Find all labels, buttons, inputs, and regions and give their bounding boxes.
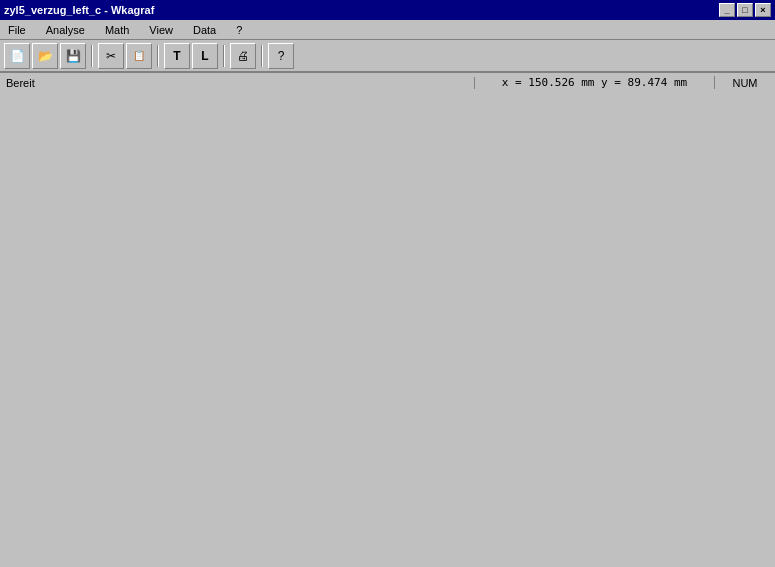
cut-button[interactable]: ✂ <box>98 43 124 69</box>
toolbar: 📄 📂 💾 ✂ 📋 T L 🖨 ? <box>0 40 775 72</box>
print-button[interactable]: 🖨 <box>230 43 256 69</box>
status-num: NUM <box>715 77 775 89</box>
close-button[interactable]: × <box>755 3 771 17</box>
open-button[interactable]: 📂 <box>32 43 58 69</box>
status-bar: Bereit x = 150.526 mm y = 89.474 mm NUM <box>0 72 775 92</box>
menu-file[interactable]: File <box>2 22 32 38</box>
paste-button[interactable]: 📋 <box>126 43 152 69</box>
window-title: zyl5_verzug_left_c - Wkagraf <box>4 4 154 16</box>
toolbar-separator-1 <box>91 45 93 67</box>
menu-view[interactable]: View <box>143 22 179 38</box>
toolbar-separator-4 <box>261 45 263 67</box>
title-bar: zyl5_verzug_left_c - Wkagraf _ □ × <box>0 0 775 20</box>
toolbar-separator-3 <box>223 45 225 67</box>
new-button[interactable]: 📄 <box>4 43 30 69</box>
save-button[interactable]: 💾 <box>60 43 86 69</box>
menu-math[interactable]: Math <box>99 22 135 38</box>
title-bar-buttons: _ □ × <box>719 3 771 17</box>
toolbar-separator-2 <box>157 45 159 67</box>
line-button[interactable]: L <box>192 43 218 69</box>
menu-data[interactable]: Data <box>187 22 222 38</box>
text-button[interactable]: T <box>164 43 190 69</box>
menu-analyse[interactable]: Analyse <box>40 22 91 38</box>
status-ready: Bereit <box>0 77 475 89</box>
menu-help[interactable]: ? <box>230 22 248 38</box>
status-coords: x = 150.526 mm y = 89.474 mm <box>475 76 715 89</box>
help-button[interactable]: ? <box>268 43 294 69</box>
maximize-button[interactable]: □ <box>737 3 753 17</box>
minimize-button[interactable]: _ <box>719 3 735 17</box>
menu-bar: File Analyse Math View Data ? <box>0 20 775 40</box>
